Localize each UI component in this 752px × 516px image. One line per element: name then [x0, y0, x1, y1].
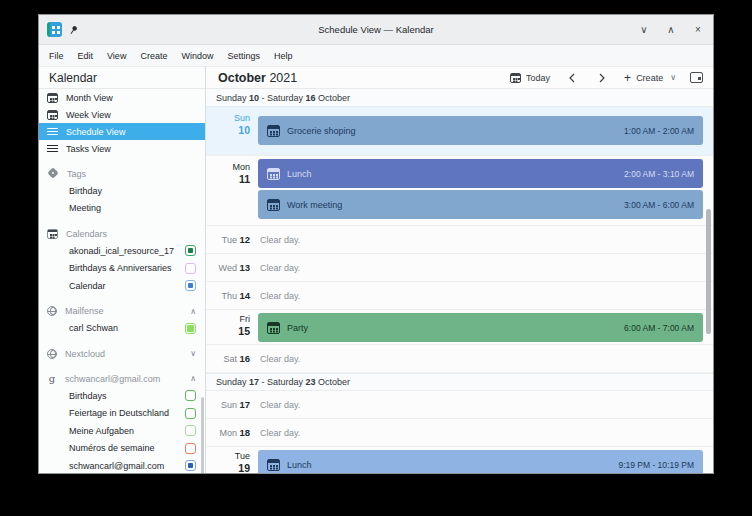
menu-file[interactable]: File	[42, 48, 71, 64]
calendar-checkbox[interactable]	[185, 390, 196, 401]
previous-button[interactable]	[560, 71, 584, 85]
day-name: Mon	[219, 428, 237, 438]
calendar-label: Feiertage in Deutschland	[69, 408, 185, 418]
calendar-checkbox[interactable]	[185, 460, 196, 471]
calendars-section-header[interactable]: Calendars	[39, 225, 205, 242]
calendar-item[interactable]: Meine Aufgaben	[39, 422, 205, 440]
event-calendar-icon	[267, 168, 280, 180]
day-number: 17	[239, 399, 250, 410]
calendar-checkbox[interactable]	[185, 323, 196, 334]
tag-item-birthday[interactable]: Birthday	[39, 182, 205, 200]
day-row-mon-11[interactable]: Mon 11 Lunch 2:00 AM - 3:10 AM Work meet…	[206, 156, 713, 226]
calendar-item[interactable]: Feiertage in Deutschland	[39, 405, 205, 423]
calendar-checkbox[interactable]	[185, 408, 196, 419]
month-label: October	[218, 71, 266, 85]
schedule-scrollbar[interactable]	[706, 209, 711, 334]
tags-section-header[interactable]: Tags	[39, 165, 205, 182]
calendar-item[interactable]: Birthdays & Anniversaries	[39, 260, 205, 278]
day-name: Thu	[221, 291, 237, 301]
calendar-checkbox[interactable]	[185, 280, 196, 291]
account-mailfense[interactable]: Mailfense ∧	[39, 303, 205, 320]
year-label: 2021	[269, 71, 297, 85]
calendar-item[interactable]: Numéros de semaine	[39, 440, 205, 458]
expand-icon[interactable]: ∨	[190, 349, 196, 358]
sidebar-item-tasks-view[interactable]: Tasks View	[39, 140, 205, 157]
sidebar-item-week-view[interactable]: Week View	[39, 106, 205, 123]
chevron-down-icon: ∨	[670, 73, 676, 82]
day-number: 14	[239, 290, 250, 301]
day-row-sun-10[interactable]: Sun 10 Grocerie shoping 1:00 AM - 2:00 A…	[206, 107, 713, 156]
toggle-panel-icon[interactable]	[690, 72, 703, 83]
calendar-item[interactable]: akonadi_ical_resource_17	[39, 242, 205, 260]
clear-day-text: Clear day.	[260, 428, 300, 438]
calendar-checkbox[interactable]	[185, 425, 196, 436]
calendar-label: Birthdays	[69, 391, 185, 401]
calendar-item[interactable]: Calendar	[39, 277, 205, 295]
menu-settings[interactable]: Settings	[220, 48, 267, 64]
day-row-sun-17[interactable]: Sun 17 Clear day.	[206, 391, 713, 419]
collapse-icon[interactable]: ∧	[190, 374, 196, 383]
event-lunch[interactable]: Lunch 2:00 AM - 3:10 AM	[258, 159, 703, 188]
sidebar: Kalendar Month View Week View Schedule V…	[39, 67, 206, 473]
event-work-meeting[interactable]: Work meeting 3:00 AM - 6:00 AM	[258, 190, 703, 219]
titlebar[interactable]: Schedule View — Kalendar ∨ ∧ ×	[39, 15, 713, 45]
menu-help[interactable]: Help	[267, 48, 300, 64]
day-row-tue-19[interactable]: Tue 19 Lunch 9:19 PM - 10:19 PM	[206, 447, 713, 473]
event-time: 3:00 AM - 6:00 AM	[624, 200, 694, 210]
day-row-thu-14[interactable]: Thu 14 Clear day.	[206, 282, 713, 310]
day-row-tue-12[interactable]: Tue 12 Clear day.	[206, 226, 713, 254]
sidebar-title: Kalendar	[39, 67, 205, 89]
view-label: Schedule View	[66, 127, 125, 137]
day-number: 13	[239, 262, 250, 273]
event-calendar-icon	[267, 322, 280, 334]
menu-view[interactable]: View	[100, 48, 133, 64]
event-time: 1:00 AM - 2:00 AM	[624, 126, 694, 136]
calendar-item[interactable]: carl Schwan	[39, 320, 205, 338]
event-grocerie-shoping[interactable]: Grocerie shoping 1:00 AM - 2:00 AM	[258, 116, 703, 145]
day-row-mon-18[interactable]: Mon 18 Clear day.	[206, 419, 713, 447]
next-button[interactable]	[590, 71, 614, 85]
tag-label: Birthday	[69, 186, 196, 196]
event-title: Party	[287, 323, 308, 333]
tag-item-meeting[interactable]: Meeting	[39, 200, 205, 218]
collapse-icon[interactable]: ∧	[190, 307, 196, 316]
day-name: Fri	[206, 314, 250, 325]
calendar-checkbox[interactable]	[185, 245, 196, 256]
calendar-item[interactable]: schwancarl@gmail.com	[39, 457, 205, 473]
day-name: Mon	[206, 162, 250, 173]
clear-day-text: Clear day.	[260, 354, 300, 364]
band-text: - Saturday	[259, 93, 306, 103]
menu-edit[interactable]: Edit	[71, 48, 101, 64]
menu-bar: File Edit View Create Window Settings He…	[39, 45, 713, 67]
menu-create[interactable]: Create	[133, 48, 174, 64]
band-text: Sunday	[216, 93, 249, 103]
event-lunch-2[interactable]: Lunch 9:19 PM - 10:19 PM	[258, 450, 703, 473]
day-row-wed-13[interactable]: Wed 13 Clear day.	[206, 254, 713, 282]
menu-window[interactable]: Window	[174, 48, 220, 64]
account-gmail[interactable]: g schwancarl@gmail.com ∧	[39, 370, 205, 387]
calendar-checkbox[interactable]	[185, 443, 196, 454]
clear-day-text: Clear day.	[260, 263, 300, 273]
create-label: Create	[636, 73, 663, 83]
sidebar-item-month-view[interactable]: Month View	[39, 89, 205, 106]
band-text: Sunday	[216, 377, 249, 387]
today-button[interactable]: Today	[506, 71, 554, 85]
maximize-icon[interactable]: ∧	[664, 23, 678, 37]
tag-icon	[47, 168, 59, 179]
event-title: Lunch	[287, 460, 312, 470]
day-row-sat-16[interactable]: Sat 16 Clear day.	[206, 345, 713, 373]
minimize-icon[interactable]: ∨	[637, 23, 651, 37]
sidebar-item-schedule-view[interactable]: Schedule View	[39, 123, 205, 140]
calendar-checkbox[interactable]	[185, 263, 196, 274]
account-nextcloud[interactable]: Nextcloud ∨	[39, 345, 205, 362]
day-number: 10	[206, 124, 250, 137]
sidebar-scrollbar[interactable]	[201, 397, 204, 473]
day-name: Sat	[223, 354, 237, 364]
create-button[interactable]: + Create ∨	[620, 69, 680, 87]
section-label: Calendars	[66, 229, 107, 239]
close-icon[interactable]: ×	[691, 23, 705, 37]
event-time: 6:00 AM - 7:00 AM	[624, 323, 694, 333]
event-party[interactable]: Party 6:00 AM - 7:00 AM	[258, 313, 703, 342]
calendar-item[interactable]: Birthdays	[39, 387, 205, 405]
day-row-fri-15[interactable]: Fri 15 Party 6:00 AM - 7:00 AM	[206, 310, 713, 345]
